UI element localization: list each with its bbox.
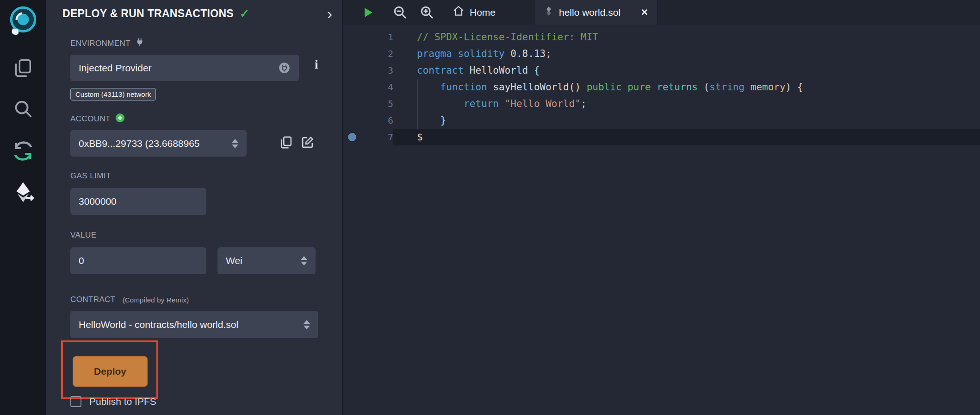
gas-limit-value: 3000000 — [79, 196, 117, 207]
zoom-out-icon[interactable] — [392, 0, 408, 25]
value-input[interactable]: 0 — [70, 247, 206, 274]
contract-select[interactable]: HelloWorld - contracts/hello world.sol — [70, 311, 318, 338]
publish-row: Publish to IPFS — [70, 396, 156, 407]
panel-title: DEPLOY & RUN TRANSACTIONS — [62, 7, 234, 20]
line-number[interactable]: 3 — [343, 62, 393, 79]
deploy-run-panel: DEPLOY & RUN TRANSACTIONS ✓ › ENVIRONMEN… — [46, 0, 342, 415]
gas-limit-label: GAS LIMIT — [70, 171, 111, 181]
panel-header: DEPLOY & RUN TRANSACTIONS ✓ › — [62, 6, 332, 21]
remix-logo-icon[interactable] — [0, 4, 46, 38]
environment-label: ENVIRONMENT — [70, 37, 145, 50]
close-tab-icon[interactable]: ✕ — [641, 7, 648, 18]
code-text[interactable]: } — [393, 112, 980, 129]
run-script-icon[interactable] — [361, 0, 375, 25]
line-number[interactable]: 2 — [343, 45, 393, 62]
code-line[interactable]: 1// SPDX-License-Identifier: MIT — [343, 29, 980, 45]
tab-hello-world-sol[interactable]: hello world.sol ✕ — [535, 0, 658, 25]
annotation-box: Deploy — [61, 340, 158, 399]
search-icon[interactable] — [0, 98, 46, 119]
add-account-icon[interactable] — [115, 113, 125, 126]
panel-expand-chevron-icon[interactable]: › — [327, 6, 332, 21]
account-label: ACCOUNT — [70, 113, 125, 126]
code-line[interactable]: 2pragma solidity 0.8.13; — [343, 45, 980, 62]
contract-sublabel: (Compiled by Remix) — [123, 296, 189, 304]
contract-value: HelloWorld - contracts/hello world.sol — [79, 319, 300, 330]
tab-home-label: Home — [470, 7, 496, 18]
code-text[interactable]: return "Hello World"; — [393, 95, 980, 112]
code-line[interactable]: 7$ — [343, 129, 980, 145]
code-text[interactable]: // SPDX-License-Identifier: MIT — [393, 29, 980, 45]
account-stepper-icon — [228, 139, 238, 148]
line-number[interactable]: 5 — [343, 95, 393, 112]
line-number[interactable]: 1 — [343, 29, 393, 45]
tab-file-label: hello world.sol — [559, 7, 620, 18]
contract-label-text: CONTRACT — [70, 295, 116, 304]
deploy-run-icon[interactable] — [0, 181, 46, 204]
deploy-button[interactable]: Deploy — [73, 356, 148, 387]
code-line[interactable]: 6 } — [343, 112, 980, 129]
code-text[interactable]: $ — [393, 129, 980, 145]
code-editor[interactable]: 1// SPDX-License-Identifier: MIT2pragma … — [343, 25, 980, 415]
copy-account-icon[interactable] — [279, 135, 293, 151]
code-text[interactable]: function sayHelloWorld() public pure ret… — [393, 79, 980, 95]
value-unit-select[interactable]: Wei — [217, 247, 316, 274]
remix-ide-window: DEPLOY & RUN TRANSACTIONS ✓ › ENVIRONMEN… — [0, 0, 980, 415]
code-line[interactable]: 4 function sayHelloWorld() public pure r… — [343, 79, 980, 95]
edit-account-icon[interactable] — [300, 135, 315, 151]
zoom-in-icon[interactable] — [419, 0, 435, 25]
editor-tabbar: Home hello world.sol ✕ — [343, 0, 980, 25]
code-line[interactable]: 5 return "Hello World"; — [343, 95, 980, 112]
icon-sidebar — [0, 0, 46, 415]
value-unit: Wei — [226, 255, 297, 266]
code-text[interactable]: contract HelloWorld { — [393, 62, 980, 79]
contract-stepper-icon — [300, 320, 310, 329]
environment-label-text: ENVIRONMENT — [70, 39, 130, 48]
compiled-check-icon: ✓ — [240, 7, 249, 20]
tab-home[interactable]: Home — [447, 0, 501, 25]
account-value: 0xBB9...29733 (23.6688965 — [79, 138, 228, 149]
solidity-compiler-icon[interactable] — [0, 139, 46, 163]
environment-select[interactable]: Injected Provider — [70, 55, 299, 81]
line-number[interactable]: 6 — [343, 112, 393, 129]
home-icon — [453, 5, 465, 19]
gas-limit-label-text: GAS LIMIT — [70, 171, 111, 181]
line-number[interactable]: 4 — [343, 79, 393, 95]
editor-area: Home hello world.sol ✕ 1// SPDX-License-… — [342, 0, 980, 415]
gas-limit-input[interactable]: 3000000 — [70, 188, 206, 215]
account-label-text: ACCOUNT — [70, 114, 111, 124]
environment-value: Injected Provider — [79, 63, 278, 74]
code-line[interactable]: 3contract HelloWorld { — [343, 62, 980, 79]
account-select[interactable]: 0xBB9...29733 (23.6688965 — [70, 130, 247, 157]
value-label: VALUE — [70, 231, 97, 240]
network-badge: Custom (43113) network — [70, 88, 156, 101]
file-explorer-icon[interactable] — [0, 57, 46, 79]
code-text[interactable]: pragma solidity 0.8.13; — [393, 45, 980, 62]
value-unit-stepper-icon — [297, 256, 307, 265]
provider-badge-icon — [278, 62, 291, 74]
value-label-text: VALUE — [70, 231, 97, 240]
plug-icon — [135, 37, 145, 50]
environment-info-icon[interactable]: i — [315, 57, 318, 72]
breakpoint-dot[interactable] — [348, 133, 356, 141]
solidity-file-icon — [544, 6, 553, 19]
value-amount: 0 — [79, 255, 84, 266]
publish-ipfs-label: Publish to IPFS — [89, 396, 156, 407]
contract-label: CONTRACT (Compiled by Remix) — [70, 295, 189, 304]
publish-ipfs-checkbox[interactable] — [70, 396, 81, 407]
